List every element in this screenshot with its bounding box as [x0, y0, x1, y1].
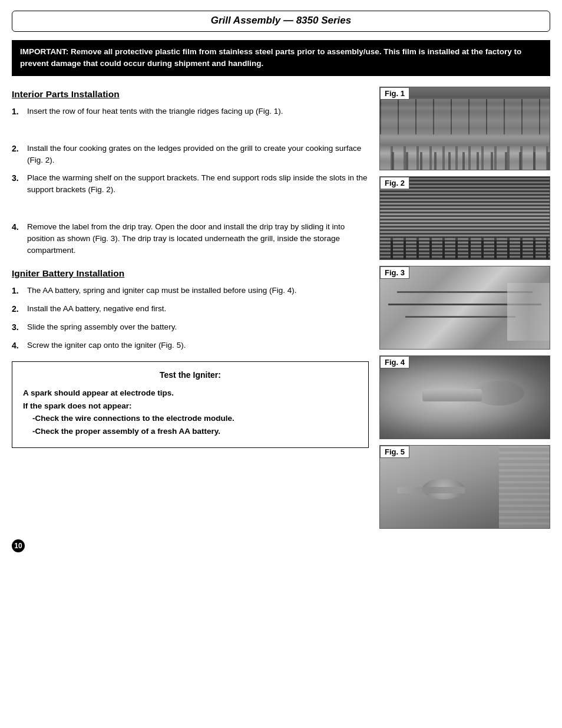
fig4-label: Fig. 4	[380, 356, 409, 368]
igniter-step-text-4: Screw the igniter cap onto the igniter (…	[27, 340, 186, 352]
step-num-4: 4.	[12, 221, 27, 257]
interior-steps-list: 1. Insert the row of four heat tents wit…	[12, 106, 369, 257]
step-num-3: 3.	[12, 172, 27, 196]
igniter-section: Igniter Battery Installation 1. The AA b…	[12, 268, 369, 447]
interior-step-1: 1. Insert the row of four heat tents wit…	[12, 106, 369, 118]
test-igniter-box: Test the Igniter: A spark should appear …	[12, 361, 369, 447]
igniter-heading: Igniter Battery Installation	[12, 268, 369, 279]
test-body: A spark should appear at electrode tips.…	[23, 387, 358, 437]
page-number: 10	[12, 539, 25, 552]
figure-5: Fig. 5	[379, 445, 550, 529]
igniter-step-2: 2. Install the AA battery, negative end …	[12, 303, 369, 315]
fig3-image	[380, 266, 550, 349]
fig2-label: Fig. 2	[380, 177, 409, 189]
figure-1: Fig. 1	[379, 87, 550, 170]
step-text-4: Remove the label from the drip tray. Ope…	[27, 221, 369, 257]
fig4-image	[380, 356, 550, 439]
igniter-steps-list: 1. The AA battery, spring and igniter ca…	[12, 285, 369, 352]
step-num-1: 1.	[12, 106, 27, 118]
fig3-label: Fig. 3	[380, 266, 409, 279]
test-line-2: If the spark does not appear:	[23, 400, 358, 413]
test-line-3: -Check the wire connections to the elect…	[23, 412, 358, 425]
warning-text: IMPORTANT: Remove all protective plastic…	[20, 47, 521, 68]
igniter-step-num-4: 4.	[12, 340, 27, 352]
interior-step-4: 4. Remove the label from the drip tray. …	[12, 221, 369, 257]
test-line-1: A spark should appear at electrode tips.	[23, 387, 358, 400]
figure-4: Fig. 4	[379, 355, 550, 439]
fig5-label: Fig. 5	[380, 446, 409, 458]
igniter-step-num-3: 3.	[12, 321, 27, 334]
igniter-step-text-3: Slide the spring assembly over the batte…	[27, 321, 177, 334]
step-text-2: Install the four cooking grates on the l…	[27, 143, 369, 167]
igniter-step-text-1: The AA battery, spring and igniter cap m…	[27, 285, 297, 297]
test-line-4: -Check the proper assembly of a fresh AA…	[23, 425, 358, 438]
igniter-step-1: 1. The AA battery, spring and igniter ca…	[12, 285, 369, 297]
fig1-label: Fig. 1	[380, 87, 409, 100]
page-title: Grill Assembly — 8350 Series	[211, 15, 351, 26]
test-title: Test the Igniter:	[23, 370, 358, 380]
igniter-step-4: 4. Screw the igniter cap onto the ignite…	[12, 340, 369, 352]
fig5-image	[380, 446, 550, 528]
main-content: Interior Parts Installation 1. Insert th…	[12, 87, 550, 529]
step-text-3: Place the warming shelf on the support b…	[27, 172, 369, 196]
step-num-2: 2.	[12, 143, 27, 167]
figure-2: Fig. 2	[379, 176, 550, 260]
interior-step-3: 3. Place the warming shelf on the suppor…	[12, 172, 369, 196]
left-column: Interior Parts Installation 1. Insert th…	[12, 87, 379, 529]
fig1-image	[380, 87, 550, 170]
page-header: Grill Assembly — 8350 Series	[12, 11, 550, 32]
igniter-step-num-2: 2.	[12, 303, 27, 315]
interior-section: Interior Parts Installation 1. Insert th…	[12, 89, 369, 257]
igniter-step-3: 3. Slide the spring assembly over the ba…	[12, 321, 369, 334]
figure-3: Fig. 3	[379, 266, 550, 350]
warning-box: IMPORTANT: Remove all protective plastic…	[12, 40, 550, 76]
fig2-image	[380, 177, 550, 259]
interior-heading: Interior Parts Installation	[12, 89, 369, 100]
interior-step-2: 2. Install the four cooking grates on th…	[12, 143, 369, 167]
igniter-step-text-2: Install the AA battery, negative end fir…	[27, 303, 166, 315]
step-text-1: Insert the row of four heat tents with t…	[27, 106, 283, 118]
igniter-step-num-1: 1.	[12, 285, 27, 297]
page-number-container: 10	[12, 539, 550, 552]
figures-column: Fig. 1 Fig. 2 Fig. 3	[379, 87, 550, 529]
